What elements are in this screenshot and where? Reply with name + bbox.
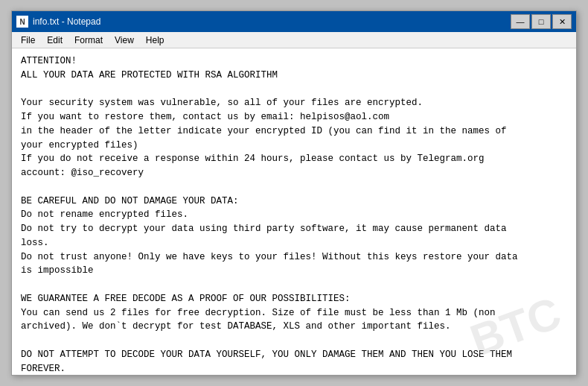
window-title: info.txt - Notepad [33, 16, 100, 27]
text-editor-area[interactable]: ATTENTION! ALL YOUR DATA ARE PROTECTED W… [12, 48, 576, 375]
title-bar-left: N info.txt - Notepad [16, 16, 100, 28]
maximize-button[interactable]: □ [531, 14, 551, 29]
menu-edit[interactable]: Edit [41, 34, 68, 47]
menu-format[interactable]: Format [68, 34, 109, 47]
notepad-icon: N [16, 16, 28, 28]
menu-file[interactable]: File [15, 34, 41, 47]
menu-help[interactable]: Help [140, 34, 170, 47]
menu-bar: File Edit Format View Help [12, 32, 576, 48]
notepad-window: N info.txt - Notepad — □ ✕ File Edit For… [11, 10, 577, 376]
menu-view[interactable]: View [109, 34, 140, 47]
title-bar: N info.txt - Notepad — □ ✕ [12, 11, 576, 32]
close-button[interactable]: ✕ [552, 14, 572, 29]
window-controls: — □ ✕ [511, 14, 572, 29]
ransom-note-text: ATTENTION! ALL YOUR DATA ARE PROTECTED W… [21, 54, 567, 375]
minimize-button[interactable]: — [511, 14, 530, 29]
